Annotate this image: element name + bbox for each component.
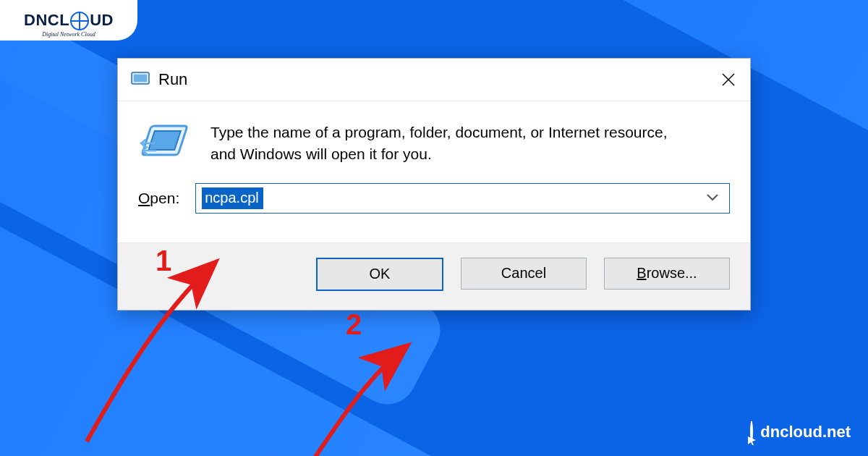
browse-button[interactable]: Browse... (604, 258, 730, 290)
svg-rect-5 (148, 131, 180, 150)
open-input-value[interactable]: ncpa.cpl (202, 187, 263, 209)
titlebar[interactable]: Run (118, 59, 750, 101)
open-label: Open: (138, 190, 179, 207)
open-combobox[interactable]: ncpa.cpl (195, 183, 730, 214)
brand-tagline: Digital Network Cloud (0, 31, 137, 38)
run-icon (138, 122, 192, 166)
ok-button[interactable]: OK (316, 258, 443, 291)
globe-icon (70, 12, 89, 30)
brand-name-right: UD (90, 11, 114, 30)
chevron-down-icon[interactable] (706, 192, 719, 205)
dialog-footer: OK Cancel Browse... (118, 242, 750, 310)
dialog-title: Run (158, 70, 187, 89)
brand-logo: DNCL UD Digital Network Cloud (0, 0, 137, 41)
svg-rect-1 (134, 75, 147, 82)
cursor-icon (747, 436, 757, 446)
run-dialog: Run Type the name of a program, folder, … (117, 58, 751, 311)
annotation-step-2: 2 (346, 308, 362, 341)
run-title-icon (131, 70, 150, 89)
site-link[interactable]: dncloud.net (750, 423, 851, 442)
dialog-description: Type the name of a program, folder, docu… (210, 122, 673, 166)
cancel-button[interactable]: Cancel (461, 258, 587, 290)
close-button[interactable] (707, 59, 750, 101)
annotation-step-1: 1 (156, 245, 171, 277)
brand-name-left: DNCL (24, 11, 69, 30)
site-url: dncloud.net (760, 423, 851, 442)
